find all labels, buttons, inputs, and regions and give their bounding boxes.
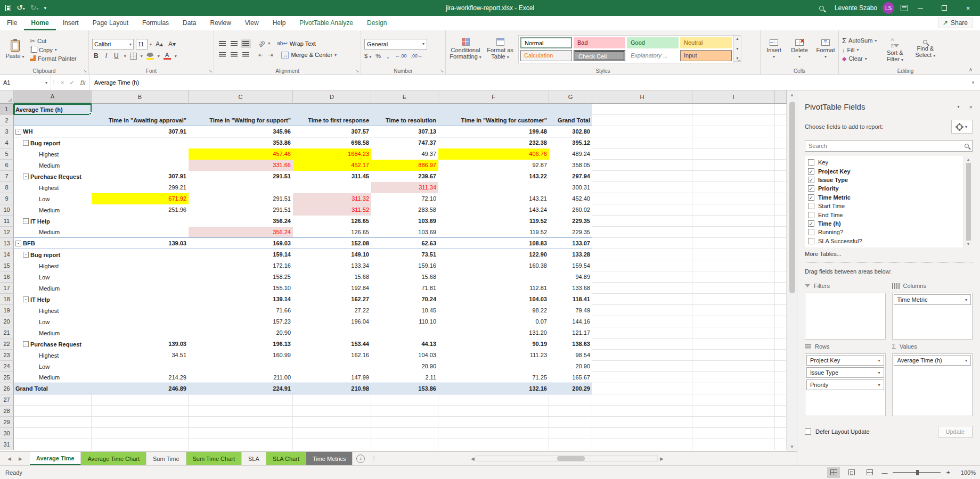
orientation-icon[interactable]: ab [257,39,266,48]
align-top-icon[interactable] [217,39,227,48]
italic-button[interactable]: I [104,52,109,60]
sheet-tab-average-time[interactable]: Average Time [30,452,81,465]
save-icon[interactable] [5,5,11,11]
fill-button[interactable]: ↓Fill ▾ [842,47,877,53]
collapse-button[interactable]: - [15,129,21,135]
zoom-in-icon[interactable]: + [946,468,950,476]
field-pill-issue-type[interactable]: Issue Type▾ [806,367,884,378]
style-chip-calculation[interactable]: Calculation [520,50,572,61]
tab-view[interactable]: View [238,16,266,30]
style-chip-good[interactable]: Good [627,37,679,48]
horizontal-scrollbar[interactable]: ◀ ▶ [471,454,664,463]
increase-decimal-icon[interactable]: ←.00 [395,53,407,59]
row-header-24[interactable]: 24 [0,361,14,372]
column-header-B[interactable]: B [92,90,189,104]
percent-icon[interactable]: % [375,53,381,59]
style-chip-check-cell[interactable]: Check Cell [574,50,625,61]
row-header-19[interactable]: 19 [0,305,14,316]
close-button[interactable]: × [956,0,980,16]
zoom-level[interactable]: 100% [956,469,976,476]
field-item-priority[interactable]: ✓Priority [808,184,961,193]
alignment-dialog-launcher-icon[interactable]: ↘ [355,69,359,73]
sort-filter-button[interactable]: AZ Sort &Filter ▾ [883,36,907,63]
row-header-26[interactable]: 26 [0,383,14,394]
cut-button[interactable]: ✂Cut [30,37,77,45]
font-dialog-launcher-icon[interactable]: ↘ [208,69,212,73]
row-header-4[interactable]: 4 [0,137,14,148]
formula-content[interactable]: Average Time (h) [90,75,966,90]
font-color-button[interactable]: A [164,52,171,60]
row-header-27[interactable]: 27 [0,394,14,406]
tab-page-layout[interactable]: Page Layout [86,16,135,30]
ribbon-display-options-icon[interactable] [901,5,908,11]
sheet-nav-left-icon[interactable]: ◀ [7,456,11,461]
zoom-slider[interactable] [893,472,941,473]
fields-search-input[interactable]: Search [805,140,973,152]
field-item-running?[interactable]: Running? [808,228,961,236]
align-middle-icon[interactable] [229,39,239,48]
field-list-scrollbar[interactable]: ▲▼ [963,156,973,247]
tab-data[interactable]: Data [176,16,203,30]
search-icon[interactable] [819,6,824,11]
field-checkbox[interactable] [808,212,814,218]
align-center-icon[interactable] [229,51,239,59]
row-header-29[interactable]: 29 [0,417,14,428]
collapse-button[interactable]: - [23,296,29,302]
row-header-12[interactable]: 12 [0,227,14,238]
row-header-17[interactable]: 17 [0,283,14,294]
minimize-button[interactable] [908,0,932,16]
defer-layout-checkbox[interactable] [805,428,811,435]
zoom-out-icon[interactable]: — [881,469,887,476]
format-cells-button[interactable]: Format▾ [815,39,836,59]
format-as-table-button[interactable]: Format asTable ▾ [485,38,515,61]
expand-formula-bar-icon[interactable]: ▾ [966,75,980,90]
collapse-button[interactable]: - [23,252,29,258]
row-header-23[interactable]: 23 [0,350,14,361]
field-pill-time-metric[interactable]: Time Metric▾ [894,294,971,305]
fill-handle[interactable] [89,112,92,115]
field-item-start-time[interactable]: Start Time [808,202,961,210]
collapse-ribbon-icon[interactable]: ∧ [969,67,973,72]
field-item-project-key[interactable]: ✓Project Key [808,167,961,175]
field-item-issue-type[interactable]: ✓Issue Type [808,176,961,184]
number-format-select[interactable]: General▾ [364,39,427,49]
row-header-2[interactable]: 2 [0,115,14,126]
fields-settings-button[interactable]: ▾ [951,120,973,134]
row-header-7[interactable]: 7 [0,171,14,182]
user-name[interactable]: Levente Szabo [835,4,877,12]
format-painter-button[interactable]: Format Painter [30,55,77,62]
customize-qat-icon[interactable]: ▾ [44,0,47,16]
clear-button[interactable]: ◆Clear ▾ [842,55,877,62]
enter-formula-icon[interactable]: ✓ [69,79,74,86]
field-item-time-(h)[interactable]: ✓Time (h) [808,219,961,228]
cancel-formula-icon[interactable]: × [61,79,64,86]
collapse-button[interactable]: - [23,341,29,347]
insert-function-icon[interactable]: fx [80,79,85,86]
conditional-formatting-button[interactable]: ConditionalFormatting ▾ [449,38,482,61]
values-area[interactable]: Average Time (h)▾ [892,353,973,416]
collapse-button[interactable]: - [23,218,29,224]
underline-button[interactable]: U [112,52,120,60]
vertical-scrollbar[interactable]: ▲ ▼ [787,90,797,451]
sheet-tab-average-time-chart[interactable]: Average Time Chart [81,452,146,465]
increase-font-icon[interactable]: A▴ [154,40,165,48]
align-left-icon[interactable] [217,51,227,59]
clipboard-dialog-launcher-icon[interactable]: ↘ [83,69,87,73]
style-chip-explanatory-[interactable]: Explanatory ... [627,50,679,61]
redo-icon[interactable]: ↻▾ [30,0,39,17]
field-pill-priority[interactable]: Priority▾ [806,379,884,390]
column-header-A[interactable]: A [14,90,92,104]
column-header-H[interactable]: H [592,90,692,104]
style-chip-bad[interactable]: Bad [574,37,625,48]
pane-close-icon[interactable]: × [969,104,973,110]
decrease-decimal-icon[interactable]: .00→ [411,53,423,59]
row-header-22[interactable]: 22 [0,338,14,350]
column-header-partial[interactable] [775,90,787,104]
field-checkbox[interactable]: ✓ [808,194,814,201]
fill-color-button[interactable] [146,53,154,60]
collapse-button[interactable]: - [15,241,21,246]
autosum-button[interactable]: ΣAutoSum ▾ [842,37,877,45]
row-header-13[interactable]: 13 [0,238,14,249]
rows-area[interactable]: Project Key▾Issue Type▾Priority▾ [805,353,886,416]
new-sheet-button[interactable]: + [353,452,369,465]
